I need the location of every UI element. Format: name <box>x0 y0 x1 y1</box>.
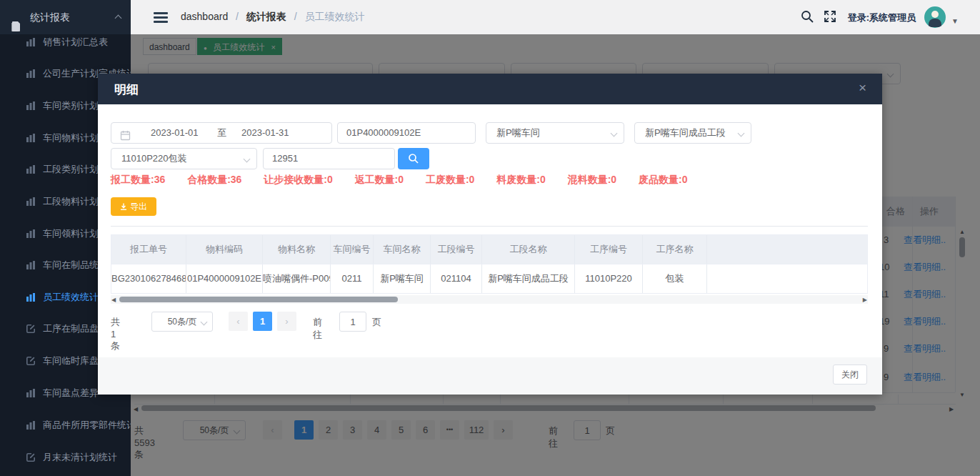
col-material-name: 物料名称 <box>263 235 331 264</box>
modal-footer: 关闭 <box>98 357 882 395</box>
sidebar-item-label: 车间物料计划 <box>43 131 99 145</box>
fullscreen-icon[interactable] <box>823 9 839 25</box>
bar-chart-icon <box>26 260 36 270</box>
section-select[interactable]: 新P嘴车间成品工段 <box>634 122 751 144</box>
top-navbar: dashboard / 统计报表 / 员工绩效统计 登录:系统管理员 ▼ <box>131 0 980 34</box>
stat-material-scrap: 料废数量:0 <box>496 174 545 185</box>
page-unit: 页 <box>372 316 381 329</box>
col-material-code: 物料编码 <box>186 235 263 264</box>
date-range-picker[interactable]: 2023-01-01 至 2023-01-31 <box>111 122 332 144</box>
detail-table-header: 报工单号 物料编码 物料名称 车间编号 车间名称 工段编号 工段名称 工序编号 … <box>111 235 867 264</box>
sidebar-item-label: 车间在制品统 <box>43 258 99 272</box>
next-page-button[interactable]: › <box>277 312 296 331</box>
sidebar-item-label: 车间类别计划 <box>43 99 99 113</box>
prev-page-button[interactable]: ‹ <box>229 312 248 331</box>
caret-down-icon[interactable]: ▼ <box>951 17 959 25</box>
modal-title: 明细 <box>114 81 139 98</box>
col-section-no: 工段编号 <box>431 235 482 264</box>
divider <box>111 226 868 227</box>
search-button[interactable] <box>398 148 429 169</box>
table-scrollbar-track: ◀ ▶ <box>111 295 868 304</box>
material-code-input-wrap <box>337 122 476 144</box>
sidebar-item-label: 工段物料计划 <box>43 194 99 209</box>
close-button[interactable]: 关闭 <box>833 365 867 385</box>
search-icon[interactable] <box>800 9 816 25</box>
employee-no-input[interactable] <box>264 149 394 168</box>
edit-icon <box>26 356 36 366</box>
stat-concession: 让步接收数量:0 <box>264 174 332 185</box>
edit-icon <box>26 452 36 462</box>
breadcrumb-statistics[interactable]: 统计报表 <box>246 11 286 22</box>
breadcrumb-dashboard[interactable]: dashboard <box>181 11 228 22</box>
sidebar-item-product-parts[interactable]: 商品件所用零部件统计 <box>0 418 131 432</box>
export-label: 导出 <box>130 202 147 212</box>
bar-chart-icon <box>26 69 36 79</box>
detail-modal: 明细 × 2023-01-01 至 2023-01-31 新P嘴车间 新P嘴车间… <box>98 74 882 395</box>
employee-no-input-wrap <box>263 148 395 169</box>
total-count: 共 1 条 <box>111 316 120 352</box>
cell-workshop-no: 0211 <box>331 264 374 293</box>
bar-chart-icon <box>26 133 36 143</box>
page-size-select[interactable]: 50条/页 <box>151 312 213 332</box>
sidebar-item-month-end-unsettled[interactable]: 月末未清计划统计 <box>0 450 131 465</box>
page-size-value: 50条/页 <box>168 317 197 327</box>
col-section-name: 工段名称 <box>482 235 575 264</box>
table-row[interactable]: BG230106278468 01P4000009102E 喷油嘴偶件-P009… <box>111 264 867 293</box>
sidebar-item-label: 车间盘点差异 <box>43 386 99 400</box>
login-user-label: 登录:系统管理员 <box>848 11 916 24</box>
bar-chart-icon <box>26 420 36 430</box>
cell-section-no: 021104 <box>431 264 482 293</box>
menu-title: 统计报表 <box>30 0 70 34</box>
goto-page-input[interactable] <box>339 312 366 332</box>
bar-chart-icon <box>26 37 36 47</box>
sidebar-item-label: 月末未清计划统计 <box>43 450 117 465</box>
material-code-input[interactable] <box>338 124 475 142</box>
scroll-left-icon[interactable]: ◀ <box>111 297 116 303</box>
process-value: 11010P220包装 <box>121 149 187 169</box>
goto-label: 前往 <box>313 316 322 342</box>
stat-qualified: 合格数量:36 <box>187 174 241 185</box>
modal-header: 明细 × <box>98 74 882 104</box>
cell-workshop-name: 新P嘴车间 <box>374 264 431 293</box>
hamburger-icon[interactable] <box>154 10 168 24</box>
table-scrollbar-thumb[interactable] <box>119 297 398 302</box>
sidebar-item-label: 车间临时库盘 <box>43 354 99 368</box>
stat-rework: 返工数量:0 <box>355 174 404 185</box>
stat-reported: 报工数量:36 <box>111 174 165 185</box>
cell-material-name: 喷油嘴偶件-P009 <box>263 264 331 293</box>
col-report-no: 报工单号 <box>111 235 186 264</box>
sidebar-item-sales-plan[interactable]: 销售计划汇总表 <box>0 35 131 49</box>
scroll-right-icon[interactable]: ▶ <box>863 297 867 303</box>
workshop-select[interactable]: 新P嘴车间 <box>486 122 624 144</box>
breadcrumb-current: 员工绩效统计 <box>305 11 365 22</box>
close-icon[interactable]: × <box>859 80 866 96</box>
col-process-name: 工序名称 <box>643 235 707 264</box>
edit-icon <box>26 324 36 334</box>
avatar[interactable] <box>924 6 946 28</box>
page-button-1[interactable]: 1 <box>253 312 272 331</box>
bar-chart-icon <box>26 197 36 207</box>
sidebar-item-label: 员工绩效统计 <box>43 290 99 304</box>
stat-waste: 废品数量:0 <box>639 174 687 185</box>
workshop-value: 新P嘴车间 <box>496 123 540 143</box>
sidebar-item-label: 工段类别计划 <box>43 162 99 177</box>
date-start[interactable]: 2023-01-01 <box>151 123 199 143</box>
cell-material-code: 01P4000009102E <box>186 264 263 293</box>
summary-stats: 报工数量:36 合格数量:36 让步接收数量:0 返工数量:0 工废数量:0 料… <box>111 174 706 187</box>
section-value: 新P嘴车间成品工段 <box>645 123 726 143</box>
app-window: dashboard ● 员工绩效统计 × 合格 操作 3 查看明细.. 10 查… <box>0 0 980 476</box>
bar-chart-icon <box>26 164 36 174</box>
sidebar-item-label: 工序在制品盘 <box>43 322 99 336</box>
calendar-icon <box>120 128 131 148</box>
bar-chart-icon <box>26 229 36 239</box>
process-select[interactable]: 11010P220包装 <box>111 148 257 169</box>
breadcrumb: dashboard / 统计报表 / 员工绩效统计 <box>181 11 365 24</box>
sidebar-menu-statistics[interactable]: 统计报表 <box>0 0 131 34</box>
bar-chart-icon <box>26 101 36 111</box>
sidebar-item-label: 车间领料计划 <box>43 227 99 241</box>
export-button[interactable]: 导出 <box>111 197 156 216</box>
col-workshop-name: 车间名称 <box>374 235 431 264</box>
sidebar-item-label: 销售计划汇总表 <box>43 35 108 49</box>
sidebar-item-label: 商品件所用零部件统计 <box>43 418 131 432</box>
date-end[interactable]: 2023-01-31 <box>241 123 289 143</box>
